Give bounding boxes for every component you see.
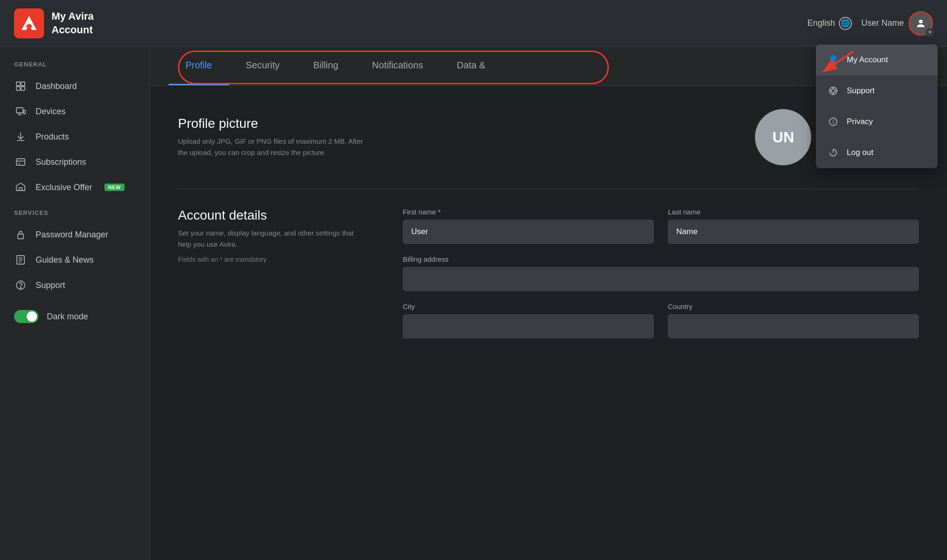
- dashboard-label: Dashboard: [36, 81, 77, 91]
- account-details-section: Account details Set your name, display l…: [178, 208, 919, 350]
- svg-rect-14: [21, 87, 25, 90]
- services-section-label: SERVICES: [0, 209, 149, 222]
- dark-mode-toggle[interactable]: [14, 310, 38, 323]
- svg-text:i: i: [833, 118, 834, 125]
- dropdown-logout-label: Log out: [847, 148, 873, 157]
- country-field-group: Country: [668, 302, 919, 339]
- guides-news-icon: [14, 255, 27, 265]
- divider: [178, 189, 919, 189]
- tab-billing-label: Billing: [313, 60, 338, 70]
- toggle-thumb: [27, 311, 37, 322]
- tab-security-label: Security: [246, 60, 280, 70]
- username-label: User Name: [861, 18, 904, 28]
- support-sidebar-icon: [14, 280, 27, 290]
- globe-icon: 🌐: [839, 17, 852, 30]
- dropdown-item-support[interactable]: Support: [816, 75, 938, 106]
- support-icon: [827, 85, 839, 97]
- tab-notifications-label: Notifications: [372, 60, 423, 70]
- last-name-field-group: Last name: [668, 208, 919, 244]
- first-name-field-group: First name *: [403, 208, 654, 244]
- account-details-description: Set your name, display language, and oth…: [178, 228, 365, 250]
- country-label: Country: [668, 302, 919, 310]
- billing-address-row: Billing address: [403, 255, 919, 291]
- devices-icon: [14, 106, 27, 117]
- tab-billing[interactable]: Billing: [296, 47, 355, 85]
- dropdown-item-privacy[interactable]: i Privacy: [816, 106, 938, 137]
- mandatory-note: Fields with an * are mandatory: [178, 256, 365, 263]
- tab-notifications[interactable]: Notifications: [355, 47, 440, 85]
- svg-point-2: [831, 89, 835, 93]
- tab-data[interactable]: Data &: [440, 47, 502, 85]
- header: My Avira Account English 🌐 User Name ▾: [0, 0, 947, 47]
- exclusive-offer-icon: [14, 182, 27, 192]
- profile-picture-section: Profile picture Upload only JPG, GIF or …: [178, 109, 919, 165]
- svg-point-30: [20, 287, 21, 288]
- sidebar-item-products[interactable]: Products: [0, 124, 149, 149]
- my-account-icon: 👤: [827, 54, 839, 66]
- billing-address-input[interactable]: [403, 267, 919, 291]
- subscriptions-icon: [14, 157, 27, 167]
- profile-picture-info: Profile picture Upload only JPG, GIF or …: [178, 116, 727, 158]
- sidebar-item-devices[interactable]: Devices: [0, 99, 149, 124]
- devices-label: Devices: [36, 107, 66, 117]
- exclusive-offer-label: Exclusive Offer: [36, 183, 92, 192]
- new-badge: NEW: [104, 184, 125, 191]
- sidebar-item-support[interactable]: Support: [0, 273, 149, 298]
- support-sidebar-label: Support: [36, 280, 65, 290]
- first-name-input[interactable]: [403, 220, 654, 244]
- tab-profile-label: Profile: [185, 60, 212, 70]
- last-name-label: Last name: [668, 208, 919, 216]
- main-layout: GENERAL Dashboard D: [0, 47, 947, 560]
- name-fields-row: First name * Last name: [403, 208, 919, 244]
- profile-picture-title: Profile picture: [178, 116, 727, 131]
- tab-security[interactable]: Security: [229, 47, 296, 85]
- city-field-group: City: [403, 302, 654, 339]
- last-name-input[interactable]: [668, 220, 919, 244]
- city-country-row: City Country: [403, 302, 919, 339]
- privacy-icon: i: [827, 116, 839, 128]
- svg-rect-24: [18, 234, 23, 239]
- dropdown-item-logout[interactable]: Log out: [816, 137, 938, 168]
- sidebar-item-dashboard[interactable]: Dashboard: [0, 74, 149, 99]
- dashboard-icon: [14, 81, 27, 91]
- profile-picture-description: Upload only JPG, GIF or PNG files of max…: [178, 136, 365, 158]
- account-details-title: Account details: [178, 208, 365, 223]
- sidebar-item-exclusive-offer[interactable]: Exclusive Offer NEW: [0, 175, 149, 200]
- billing-address-field-group: Billing address: [403, 255, 919, 291]
- sidebar-item-subscriptions[interactable]: Subscriptions: [0, 149, 149, 175]
- tab-data-label: Data &: [457, 60, 485, 70]
- user-menu-button[interactable]: ▾: [909, 11, 933, 36]
- svg-rect-18: [23, 110, 25, 114]
- dropdown-item-my-account[interactable]: 👤 My Account: [816, 44, 938, 75]
- products-label: Products: [36, 132, 69, 142]
- general-section-label: GENERAL: [0, 61, 149, 74]
- billing-address-label: Billing address: [403, 255, 919, 263]
- language-selector[interactable]: English 🌐: [807, 17, 852, 30]
- first-name-label: First name *: [403, 208, 654, 216]
- svg-rect-23: [19, 188, 22, 191]
- logo-icon: [14, 8, 44, 38]
- password-manager-icon: [14, 229, 27, 240]
- dark-mode-label: Dark mode: [47, 312, 88, 322]
- city-label: City: [403, 302, 654, 310]
- svg-point-0: [919, 20, 923, 23]
- avatar: UN: [755, 109, 811, 165]
- header-right: English 🌐 User Name ▾: [807, 11, 933, 36]
- products-icon: [14, 132, 27, 142]
- guides-news-label: Guides & News: [36, 255, 94, 265]
- svg-rect-13: [16, 87, 20, 90]
- city-input[interactable]: [403, 314, 654, 339]
- country-input[interactable]: [668, 314, 919, 339]
- avatar-initials: UN: [772, 129, 794, 146]
- dark-mode-row: Dark mode: [0, 302, 149, 331]
- app-title: My Avira Account: [52, 10, 94, 37]
- sidebar-item-guides-news[interactable]: Guides & News: [0, 247, 149, 273]
- sidebar-item-password-manager[interactable]: Password Manager: [0, 222, 149, 247]
- svg-rect-20: [16, 159, 25, 165]
- dropdown-support-label: Support: [847, 86, 875, 96]
- tab-profile[interactable]: Profile: [169, 47, 229, 85]
- logo-area: My Avira Account: [14, 8, 94, 38]
- dropdown-my-account-label: My Account: [847, 55, 888, 65]
- account-fields: First name * Last name Billing address: [403, 208, 919, 350]
- svg-rect-12: [21, 82, 25, 86]
